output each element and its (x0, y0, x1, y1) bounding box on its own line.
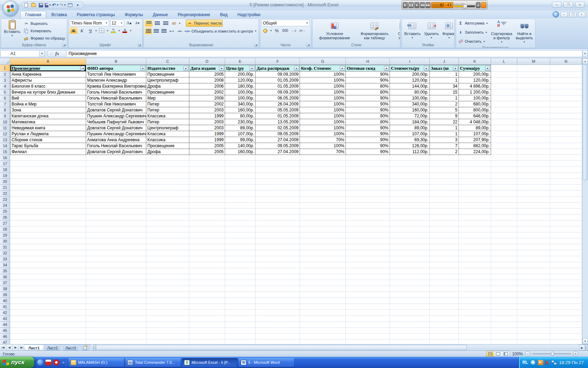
cell[interactable] (430, 256, 459, 262)
dialog-launcher-icon[interactable]: ◢ (138, 43, 141, 47)
cell[interactable] (550, 89, 582, 95)
cell[interactable] (189, 280, 225, 286)
cell[interactable]: 100% (300, 101, 346, 107)
cell[interactable]: 1 200,00р. (459, 89, 491, 95)
cell[interactable] (300, 298, 346, 304)
cell[interactable] (430, 286, 459, 292)
row-header-45[interactable]: 45 (0, 328, 10, 334)
row-header-40[interactable]: 40 (0, 298, 10, 304)
cell[interactable] (300, 334, 346, 340)
cell[interactable] (255, 203, 300, 209)
cell[interactable] (189, 310, 225, 316)
scrollbar-resize-grip[interactable] (585, 345, 588, 350)
cell[interactable] (491, 71, 517, 77)
cell[interactable] (300, 316, 346, 322)
autofilter-button[interactable]: ▼ (140, 66, 145, 71)
cell[interactable]: 184,00р. (390, 119, 430, 125)
cell[interactable] (491, 226, 517, 232)
cell[interactable] (86, 244, 146, 250)
column-header-A[interactable]: A (10, 58, 86, 65)
cell[interactable]: Толстой Лев Николаевич (86, 71, 146, 77)
cell[interactable] (346, 268, 390, 274)
start-button[interactable]: пуск (0, 357, 34, 368)
cell[interactable]: 120,00р. (390, 77, 430, 83)
cell[interactable]: Математика (10, 119, 86, 125)
cell[interactable] (146, 322, 189, 328)
taskbar-button-total-commander[interactable]: TCTotal Commander 7.0... (125, 358, 181, 367)
cell[interactable] (459, 310, 491, 316)
cell[interactable]: Сборник стихов (10, 137, 86, 143)
cell[interactable] (459, 304, 491, 310)
tab-Разметка страницы[interactable]: Разметка страницы (72, 11, 119, 18)
cell[interactable] (459, 292, 491, 298)
cell[interactable] (225, 185, 255, 191)
cell[interactable] (146, 238, 189, 244)
cell[interactable]: 126,00р. (390, 143, 430, 149)
cell[interactable]: 09.09.2009 (255, 71, 300, 77)
cell[interactable]: 680,00р. (459, 101, 491, 107)
cell[interactable] (550, 238, 582, 244)
cell[interactable]: Классика (146, 113, 189, 119)
column-header-D[interactable]: D (189, 58, 225, 65)
cell[interactable] (491, 268, 517, 274)
cell[interactable] (255, 298, 300, 304)
cell[interactable]: 2003 (189, 119, 225, 125)
cell[interactable] (390, 197, 430, 203)
cell[interactable] (300, 268, 346, 274)
cell[interactable] (146, 292, 189, 298)
cell[interactable]: 340,00р. (225, 101, 255, 107)
cell[interactable] (517, 173, 550, 179)
cell[interactable] (550, 203, 582, 209)
cell[interactable] (189, 185, 225, 191)
cell[interactable] (225, 310, 255, 316)
cell[interactable] (300, 226, 346, 232)
cell[interactable] (300, 310, 346, 316)
cell[interactable] (300, 256, 346, 262)
cell[interactable] (459, 203, 491, 209)
cell[interactable]: 4 048,00р. (459, 119, 491, 125)
cell[interactable] (491, 107, 517, 113)
cell[interactable] (86, 334, 146, 340)
antivirus-tray-icon[interactable]: K (545, 360, 550, 366)
cell[interactable]: 3 (430, 137, 459, 143)
cell[interactable] (189, 155, 225, 161)
cell[interactable]: 26.04.2009 (255, 101, 300, 107)
cell[interactable] (491, 280, 517, 286)
normal-view-button[interactable] (486, 351, 494, 356)
cell[interactable] (346, 340, 390, 344)
cell[interactable] (255, 268, 300, 274)
cell[interactable] (300, 322, 346, 328)
bold-button[interactable]: Ж (70, 27, 77, 34)
minimize-button[interactable]: ─ (552, 2, 561, 8)
cell[interactable] (550, 119, 582, 125)
cell[interactable] (189, 256, 225, 262)
row-header-14[interactable]: 14 (0, 143, 10, 149)
cell[interactable]: 1 (430, 71, 459, 77)
cell[interactable]: 224,00р. (459, 149, 491, 155)
cell[interactable] (430, 214, 459, 220)
cell[interactable]: 230,00р. (225, 119, 255, 125)
network-tray-icon[interactable] (551, 360, 557, 365)
cell[interactable] (300, 203, 346, 209)
column-header-E[interactable]: E (225, 58, 255, 65)
header-cell-B1[interactable]: ФИО автора▼ (86, 65, 146, 71)
cell[interactable] (517, 250, 550, 256)
cell[interactable] (491, 340, 517, 344)
cell[interactable]: 882,00р. (459, 143, 491, 149)
cell[interactable] (517, 137, 550, 143)
cell[interactable] (491, 155, 517, 161)
cell[interactable] (550, 185, 582, 191)
cell[interactable] (255, 155, 300, 161)
cell[interactable] (491, 131, 517, 137)
cell[interactable] (10, 214, 86, 220)
cell[interactable] (146, 256, 189, 262)
cell[interactable]: 01.05.2009 (255, 113, 300, 119)
row-header-28[interactable]: 28 (0, 226, 10, 232)
cell[interactable] (146, 214, 189, 220)
first-sheet-button[interactable]: |◀ (0, 345, 6, 350)
cell[interactable] (146, 209, 189, 214)
cell[interactable] (10, 185, 86, 191)
tab-Данные[interactable]: Данные (148, 11, 172, 18)
cell[interactable]: 2 (430, 101, 459, 107)
row-header-33[interactable]: 33 (0, 256, 10, 262)
